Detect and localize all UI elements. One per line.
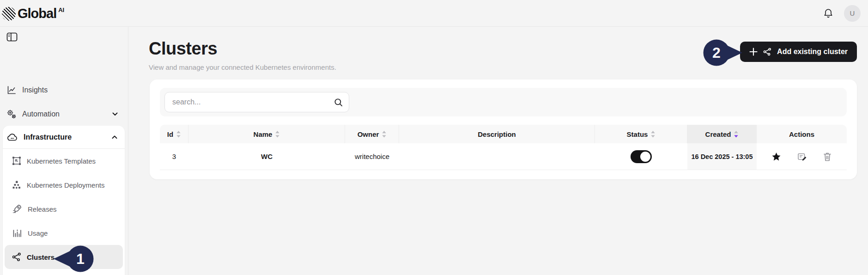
panel-toggle-icon xyxy=(6,32,18,42)
cell-created: 16 Dec 2025 - 13:05 xyxy=(687,143,757,170)
clusters-icon xyxy=(763,48,771,56)
brand-logo[interactable]: Global AI xyxy=(2,6,64,21)
sidebar-item-clusters[interactable]: Clusters xyxy=(5,245,123,269)
sidebar-item-label: Infrastructure xyxy=(24,133,72,141)
column-label: Owner xyxy=(358,130,379,138)
bell-icon xyxy=(823,8,834,19)
kubernetes-templates-icon xyxy=(12,156,21,165)
star-icon xyxy=(771,152,781,161)
column-header-owner[interactable]: Owner xyxy=(345,125,399,143)
clusters-icon xyxy=(12,252,21,262)
column-header-status[interactable]: Status xyxy=(595,125,687,143)
sort-icon xyxy=(275,131,279,138)
sidebar-item-kubernetes-deployments[interactable]: Kubernetes Deployments xyxy=(3,173,125,197)
gears-icon xyxy=(6,109,17,119)
infrastructure-group: Infrastructure Kubernetes Templates xyxy=(3,126,125,275)
column-label: Created xyxy=(705,130,731,138)
clusters-table: Id Name Owner xyxy=(160,125,847,170)
chevron-up-icon xyxy=(112,135,117,139)
sidebar-item-label: Usage xyxy=(28,229,48,237)
sidebar: Insights Automation xyxy=(0,27,128,275)
search-strip xyxy=(160,88,847,116)
sidebar-item-label: Kubernetes Templates xyxy=(27,157,96,165)
edit-icon xyxy=(797,152,807,162)
add-existing-cluster-button[interactable]: Add existing cluster xyxy=(740,42,857,62)
cloud-icon xyxy=(7,133,18,142)
sort-icon xyxy=(382,131,386,138)
plus-icon xyxy=(749,48,758,56)
cell-description xyxy=(399,143,595,170)
sidebar-item-infrastructure[interactable]: Infrastructure xyxy=(3,126,125,149)
globe-logo-icon xyxy=(2,7,16,21)
notifications-button[interactable] xyxy=(823,8,834,19)
trash-icon xyxy=(823,152,832,162)
add-button-label: Add existing cluster xyxy=(777,48,848,56)
rocket-icon xyxy=(12,204,22,214)
sort-icon xyxy=(176,131,181,138)
search-icon[interactable] xyxy=(334,98,343,107)
toggle-knob xyxy=(640,152,650,162)
table-row: 3 WC writechoice 16 Dec 2025 - 13:05 xyxy=(160,143,847,170)
table-header-row: Id Name Owner xyxy=(160,125,847,143)
column-header-created[interactable]: Created xyxy=(687,125,757,143)
sidebar-item-automation[interactable]: Automation xyxy=(0,102,128,126)
main-content: Clusters View and manage your connected … xyxy=(128,27,868,275)
sort-icon xyxy=(651,131,655,138)
column-label: Actions xyxy=(789,130,814,138)
column-label: Id xyxy=(167,130,173,138)
cell-status xyxy=(595,143,687,170)
column-header-description: Description xyxy=(399,125,595,143)
sidebar-item-kubernetes-templates[interactable]: Kubernetes Templates xyxy=(3,149,125,173)
annotation-step-2: 2 xyxy=(702,39,742,67)
brand-name: Global xyxy=(18,6,56,21)
edit-button[interactable] xyxy=(797,152,807,162)
favorite-button[interactable] xyxy=(771,152,781,161)
brand-superscript: AI xyxy=(58,6,64,13)
column-label: Status xyxy=(627,130,648,138)
cell-id: 3 xyxy=(160,143,188,170)
topbar: Global AI U xyxy=(0,0,868,27)
kubernetes-deployments-icon xyxy=(12,180,21,189)
cell-owner: writechoice xyxy=(345,143,399,170)
sidebar-item-usage[interactable]: Usage xyxy=(3,221,125,245)
user-avatar[interactable]: U xyxy=(844,5,861,22)
sidebar-item-label: Automation xyxy=(22,110,60,118)
search-input[interactable] xyxy=(164,92,349,112)
sort-desc-active-icon xyxy=(734,131,738,138)
sidebar-item-releases[interactable]: Releases xyxy=(3,197,125,221)
column-header-actions: Actions xyxy=(757,125,847,143)
cell-name: WC xyxy=(188,143,345,170)
avatar-initial: U xyxy=(850,9,855,17)
usage-chart-icon xyxy=(12,228,22,238)
sidebar-item-label: Insights xyxy=(22,86,48,94)
sidebar-item-insights[interactable]: Insights xyxy=(0,78,128,102)
status-toggle[interactable] xyxy=(631,150,652,163)
annotation-step-2-number: 2 xyxy=(712,44,721,61)
chevron-down-icon xyxy=(112,112,118,116)
column-header-id[interactable]: Id xyxy=(160,125,188,143)
page-subtitle: View and manage your connected Kubernete… xyxy=(149,63,336,71)
chart-line-icon xyxy=(6,85,17,95)
page-title: Clusters xyxy=(149,39,336,59)
column-label: Name xyxy=(254,130,273,138)
sidebar-item-label: Kubernetes Deployments xyxy=(27,181,104,189)
delete-button[interactable] xyxy=(823,152,832,162)
sidebar-collapse-button[interactable] xyxy=(6,32,18,42)
column-label: Description xyxy=(478,130,516,138)
cell-actions xyxy=(757,143,847,170)
sidebar-item-label: Clusters xyxy=(27,253,55,261)
clusters-card: Id Name Owner xyxy=(150,79,857,179)
sidebar-item-label: Releases xyxy=(28,205,57,213)
column-header-name[interactable]: Name xyxy=(188,125,345,143)
